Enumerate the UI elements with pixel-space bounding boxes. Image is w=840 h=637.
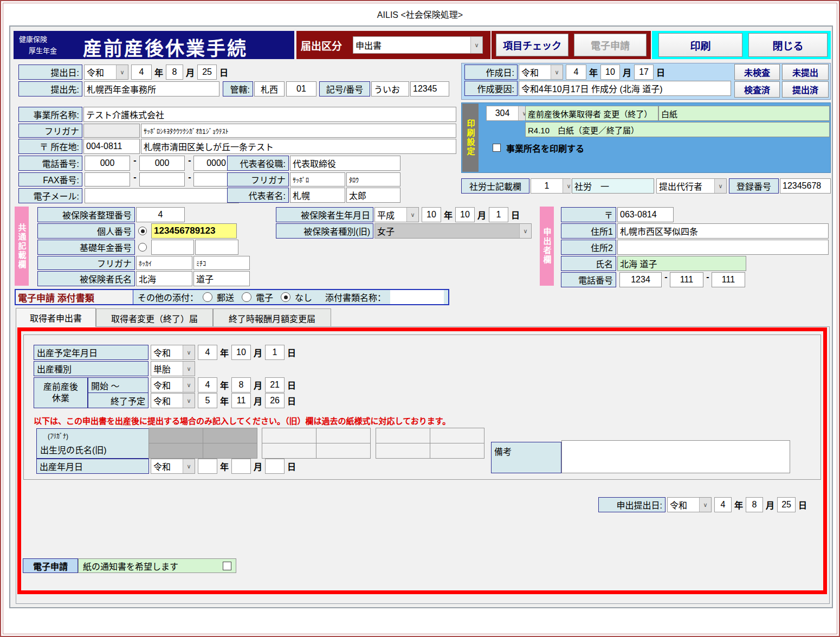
status-unsubmitted-button[interactable]: 未提出 <box>782 64 829 80</box>
child-cell[interactable] <box>316 428 371 443</box>
insured-birth-month-input[interactable]: 10 <box>455 207 475 222</box>
due-month-input[interactable]: 10 <box>231 345 251 360</box>
attach-none-radio[interactable] <box>281 292 290 302</box>
creation-reason-field[interactable]: 令和4年10月17日 作成分 (北海 道子) <box>519 81 731 96</box>
biko-textarea[interactable] <box>561 440 790 473</box>
insured-kana1-field[interactable]: ﾎｯｶｲ <box>136 256 192 270</box>
child-cell[interactable] <box>376 443 430 459</box>
due-era-select[interactable]: 令和∨ <box>151 345 195 360</box>
moushide-year-input[interactable]: 4 <box>714 497 732 512</box>
child-cell[interactable] <box>316 443 371 459</box>
chevron-down-icon[interactable]: ∨ <box>183 459 195 473</box>
chevron-down-icon[interactable]: ∨ <box>714 179 726 193</box>
office-kana-blank-field[interactable] <box>83 124 140 138</box>
leave-start-year-input[interactable]: 4 <box>198 377 217 393</box>
leave-end-year-input[interactable]: 5 <box>198 393 217 408</box>
rep-name1-field[interactable]: 札幌 <box>290 188 345 203</box>
child-cell[interactable] <box>262 443 316 459</box>
sharoshi-daiko-select[interactable]: 提出代行者 ∨ <box>656 178 727 194</box>
tab-shuryoji-hoshu-henko[interactable]: 終了時報酬月額変更届 <box>213 308 331 327</box>
due-day-input[interactable]: 1 <box>265 345 285 360</box>
sharoshi-reg-field[interactable]: 12345678 <box>780 178 831 194</box>
leave-start-day-input[interactable]: 21 <box>265 377 285 393</box>
office-mail-field[interactable] <box>85 188 239 203</box>
office-fax2-field[interactable] <box>139 172 185 186</box>
child-cell[interactable] <box>430 443 484 459</box>
child-cell[interactable] <box>430 428 484 443</box>
applicant-tel2-field[interactable]: 111 <box>670 272 703 287</box>
chevron-down-icon[interactable]: ∨ <box>116 65 128 79</box>
print-office-name-checkbox[interactable] <box>493 144 501 152</box>
chevron-down-icon[interactable]: ∨ <box>551 65 563 79</box>
moushide-day-input[interactable]: 25 <box>777 497 796 512</box>
applicant-addr2-field[interactable] <box>617 240 829 255</box>
insured-kana2-field[interactable]: ﾐﾁｺ <box>193 256 250 270</box>
submit-dest-field[interactable]: 札幌西年金事務所 <box>84 81 219 96</box>
tab-shutokusha-moushidesho[interactable]: 取得者申出書 <box>16 308 96 327</box>
birth-kind-select[interactable]: 単胎 ∨ <box>151 361 195 376</box>
office-address-field[interactable]: 札幌市清田区美しが丘一条テスト <box>141 139 456 154</box>
rep-name2-field[interactable]: 太郎 <box>346 188 400 203</box>
kankatsu-field-1[interactable]: 札西 <box>254 81 285 96</box>
leave-end-month-input[interactable]: 11 <box>231 393 251 408</box>
sharoshi-num-select[interactable]: 1 ∨ <box>531 178 571 194</box>
leave-end-era-select[interactable]: 令和∨ <box>151 393 195 408</box>
applicant-addr1-field[interactable]: 札幌市西区琴似四条 <box>617 223 829 239</box>
kiso-nenkin-field-1[interactable] <box>151 240 194 255</box>
print-button[interactable]: 印刷 <box>658 33 742 57</box>
chevron-down-icon[interactable]: ∨ <box>406 208 418 222</box>
office-tel2-field[interactable]: 000 <box>139 156 185 171</box>
office-tel1-field[interactable]: 000 <box>85 156 130 171</box>
creation-month-input[interactable]: 10 <box>600 65 620 80</box>
kiso-nenkin-radio[interactable] <box>138 243 147 252</box>
submit-day-input[interactable]: 25 <box>197 65 217 80</box>
insured-birth-era-select[interactable]: 平成∨ <box>374 207 419 222</box>
submit-month-input[interactable]: 8 <box>166 65 183 80</box>
close-button[interactable]: 閉じる <box>748 33 828 57</box>
footer-notice-checkbox[interactable] <box>223 562 231 570</box>
office-name-field[interactable]: テスト介護株式会社 <box>83 107 456 122</box>
status-unchecked-button[interactable]: 未検査 <box>734 64 780 80</box>
office-kana-field[interactable]: ｻｯﾎﾟﾛｼｷﾖﾀｸｳﾂｸｼｶﾞｵｶ1ｼﾞｮｳﾃｽﾄ <box>141 124 456 138</box>
kigo-field-1[interactable]: ういお <box>371 81 409 96</box>
chevron-down-icon[interactable]: ∨ <box>183 345 195 359</box>
kiso-nenkin-field-2[interactable] <box>195 240 238 255</box>
birth-day-input[interactable] <box>265 459 285 474</box>
rep-kana1-field[interactable]: ｻｯﾎﾟﾛ <box>290 172 345 186</box>
chevron-down-icon[interactable]: ∨ <box>183 362 195 376</box>
applicant-name-field[interactable]: 北海 道子 <box>617 256 746 271</box>
submit-year-input[interactable]: 4 <box>131 65 152 80</box>
moushide-era-select[interactable]: 令和∨ <box>667 497 712 512</box>
applicant-zip-field[interactable]: 063-0814 <box>617 207 674 222</box>
submit-era-select[interactable]: 令和∨ <box>84 65 128 80</box>
rep-title-field[interactable]: 代表取締役 <box>290 156 400 171</box>
sharoshi-name-field[interactable]: 社労 一 <box>572 178 654 194</box>
status-submitted-button[interactable]: 提出済 <box>782 81 829 98</box>
office-fax1-field[interactable] <box>85 172 130 186</box>
print-code-select[interactable]: 304 ∨ <box>486 106 523 121</box>
creation-era-select[interactable]: 令和∨ <box>519 65 563 80</box>
birth-month-input[interactable] <box>231 459 251 474</box>
attachments-name-field[interactable] <box>390 290 444 304</box>
leave-start-era-select[interactable]: 令和∨ <box>151 377 195 393</box>
leave-start-month-input[interactable]: 8 <box>231 377 251 393</box>
attach-denshi-radio[interactable] <box>242 292 251 302</box>
applicant-tel3-field[interactable]: 111 <box>712 272 745 287</box>
insured-name1-field[interactable]: 北海 <box>136 271 192 286</box>
child-cell[interactable] <box>376 428 430 443</box>
creation-year-input[interactable]: 4 <box>566 65 586 80</box>
kojin-number-radio[interactable] <box>138 227 147 235</box>
insured-birth-year-input[interactable]: 10 <box>422 207 441 222</box>
child-cell[interactable] <box>262 428 316 443</box>
insured-type-select[interactable]: 女子 ∨ <box>374 223 532 239</box>
insured-seiri-field[interactable]: 4 <box>136 207 185 222</box>
leave-end-day-input[interactable]: 26 <box>265 393 285 408</box>
birth-era-select[interactable]: 令和∨ <box>151 459 195 474</box>
report-kubun-select[interactable]: 申出書 ∨ <box>353 36 483 54</box>
birth-year-input[interactable] <box>198 459 217 474</box>
kigo-field-2[interactable]: 12345 <box>410 81 449 96</box>
due-year-input[interactable]: 4 <box>198 345 217 360</box>
status-checked-button[interactable]: 検査済 <box>734 81 780 98</box>
item-check-button[interactable]: 項目チェック <box>496 34 568 56</box>
kankatsu-field-2[interactable]: 01 <box>286 81 316 96</box>
